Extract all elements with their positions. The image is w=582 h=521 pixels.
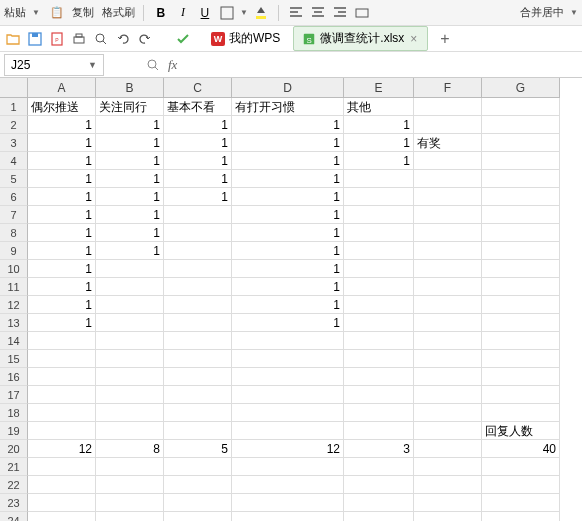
- cell[interactable]: 5: [164, 440, 232, 458]
- cell[interactable]: [482, 98, 560, 116]
- cell[interactable]: 12: [232, 440, 344, 458]
- cell[interactable]: 1: [28, 314, 96, 332]
- cell[interactable]: [482, 170, 560, 188]
- close-icon[interactable]: ×: [408, 32, 419, 46]
- cell[interactable]: [482, 404, 560, 422]
- cell[interactable]: [28, 512, 96, 521]
- col-header[interactable]: E: [344, 78, 414, 98]
- tab-document[interactable]: S 微调查统计.xlsx ×: [293, 26, 428, 51]
- cell[interactable]: [344, 188, 414, 206]
- cell[interactable]: [344, 404, 414, 422]
- cell[interactable]: [414, 296, 482, 314]
- row-header[interactable]: 16: [0, 368, 28, 386]
- cell[interactable]: [344, 458, 414, 476]
- cell[interactable]: [414, 350, 482, 368]
- cell[interactable]: [28, 476, 96, 494]
- redo-icon[interactable]: [136, 30, 154, 48]
- cell[interactable]: [344, 476, 414, 494]
- cell[interactable]: 1: [232, 278, 344, 296]
- cell[interactable]: 1: [164, 134, 232, 152]
- merge-icon[interactable]: [353, 4, 371, 22]
- cell[interactable]: [414, 494, 482, 512]
- cell[interactable]: 1: [232, 296, 344, 314]
- print-icon[interactable]: [70, 30, 88, 48]
- cell[interactable]: [232, 386, 344, 404]
- cell[interactable]: [344, 422, 414, 440]
- cell[interactable]: 1: [96, 170, 164, 188]
- cell[interactable]: [232, 494, 344, 512]
- cell[interactable]: [232, 368, 344, 386]
- cell[interactable]: [232, 422, 344, 440]
- cell[interactable]: [164, 404, 232, 422]
- cell[interactable]: 1: [28, 224, 96, 242]
- preview-icon[interactable]: [92, 30, 110, 48]
- undo-icon[interactable]: [114, 30, 132, 48]
- cell[interactable]: 1: [28, 296, 96, 314]
- pdf-icon[interactable]: P: [48, 30, 66, 48]
- cell[interactable]: 1: [164, 170, 232, 188]
- cell[interactable]: 关注同行: [96, 98, 164, 116]
- cell[interactable]: [344, 332, 414, 350]
- cell[interactable]: 1: [344, 152, 414, 170]
- cell[interactable]: [482, 512, 560, 521]
- cell[interactable]: [344, 170, 414, 188]
- cell[interactable]: 1: [28, 170, 96, 188]
- cell[interactable]: [482, 260, 560, 278]
- border-icon[interactable]: [218, 4, 236, 22]
- cell[interactable]: [232, 476, 344, 494]
- cell[interactable]: [96, 350, 164, 368]
- add-tab-button[interactable]: +: [432, 30, 457, 48]
- row-header[interactable]: 1: [0, 98, 28, 116]
- cell[interactable]: 1: [232, 314, 344, 332]
- cell[interactable]: 1: [232, 206, 344, 224]
- row-header[interactable]: 20: [0, 440, 28, 458]
- cell[interactable]: [482, 476, 560, 494]
- cell[interactable]: [96, 458, 164, 476]
- cell[interactable]: [414, 404, 482, 422]
- cell[interactable]: [28, 386, 96, 404]
- row-header[interactable]: 15: [0, 350, 28, 368]
- open-icon[interactable]: [4, 30, 22, 48]
- cell[interactable]: [344, 350, 414, 368]
- select-all-corner[interactable]: [0, 78, 28, 98]
- col-header[interactable]: D: [232, 78, 344, 98]
- paste-label[interactable]: 粘贴: [4, 5, 26, 20]
- formula-input[interactable]: [183, 57, 483, 72]
- cell[interactable]: [164, 422, 232, 440]
- cell[interactable]: [414, 98, 482, 116]
- cell[interactable]: [96, 386, 164, 404]
- cell[interactable]: [96, 494, 164, 512]
- cell[interactable]: [344, 314, 414, 332]
- cell[interactable]: [164, 296, 232, 314]
- cell[interactable]: 1: [28, 116, 96, 134]
- row-header[interactable]: 17: [0, 386, 28, 404]
- row-header[interactable]: 18: [0, 404, 28, 422]
- cell[interactable]: [482, 224, 560, 242]
- cell[interactable]: 1: [232, 170, 344, 188]
- cell[interactable]: [414, 188, 482, 206]
- cell[interactable]: 1: [28, 206, 96, 224]
- cell[interactable]: 有奖: [414, 134, 482, 152]
- cell[interactable]: [96, 332, 164, 350]
- col-header[interactable]: B: [96, 78, 164, 98]
- cell[interactable]: [164, 314, 232, 332]
- cell[interactable]: 1: [232, 242, 344, 260]
- cell[interactable]: 1: [232, 152, 344, 170]
- cell[interactable]: [482, 206, 560, 224]
- cell[interactable]: 1: [96, 224, 164, 242]
- cell[interactable]: [414, 206, 482, 224]
- cell[interactable]: [96, 422, 164, 440]
- cell[interactable]: 偶尔推送: [28, 98, 96, 116]
- align-left-icon[interactable]: [287, 4, 305, 22]
- row-header[interactable]: 24: [0, 512, 28, 521]
- cell[interactable]: [96, 314, 164, 332]
- cell[interactable]: [164, 494, 232, 512]
- cell[interactable]: 3: [344, 440, 414, 458]
- cell[interactable]: [344, 386, 414, 404]
- cell[interactable]: [28, 422, 96, 440]
- cell[interactable]: 1: [96, 242, 164, 260]
- cell[interactable]: [482, 386, 560, 404]
- row-header[interactable]: 14: [0, 332, 28, 350]
- col-header[interactable]: G: [482, 78, 560, 98]
- bold-icon[interactable]: B: [152, 4, 170, 22]
